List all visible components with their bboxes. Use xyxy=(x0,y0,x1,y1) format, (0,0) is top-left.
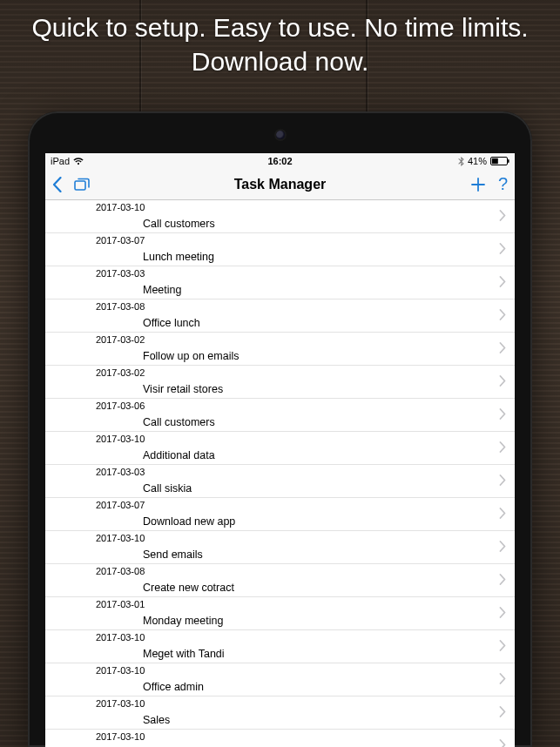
windows-button[interactable] xyxy=(74,178,90,192)
chevron-right-icon xyxy=(499,672,506,688)
task-title: Follow up on emails xyxy=(143,350,239,362)
task-row[interactable]: 2017-03-02Visir retail stores xyxy=(45,366,515,399)
plus-icon xyxy=(470,177,486,192)
task-title: Call customers xyxy=(143,218,215,230)
task-date: 2017-03-06 xyxy=(96,400,145,411)
bluetooth-icon xyxy=(458,157,464,166)
task-date: 2017-03-10 xyxy=(96,434,145,444)
status-bar: iPad 16:02 41% xyxy=(45,153,515,169)
marketing-headline: Quick to setup. Easy to use. No time lim… xyxy=(0,10,560,78)
ipad-camera xyxy=(276,131,285,139)
add-button[interactable] xyxy=(470,177,486,192)
window-stack-icon xyxy=(74,178,90,192)
task-title: Call customers xyxy=(143,416,215,428)
task-title: Sales xyxy=(143,714,170,726)
ipad-screen: iPad 16:02 41% xyxy=(45,153,515,747)
task-date: 2017-03-08 xyxy=(96,301,145,312)
page-title: Task Manager xyxy=(234,177,327,192)
task-row[interactable]: 2017-03-10Send emails xyxy=(45,531,515,564)
svg-rect-3 xyxy=(75,181,85,190)
chevron-right-icon xyxy=(499,540,506,555)
task-date: 2017-03-10 xyxy=(96,632,145,643)
chevron-right-icon xyxy=(499,639,506,655)
chevron-right-icon xyxy=(499,407,506,423)
chevron-right-icon xyxy=(499,507,506,522)
task-row[interactable]: 2017-03-10Call customers xyxy=(45,200,515,233)
task-title: Meeting xyxy=(143,284,181,296)
task-date: 2017-03-10 xyxy=(96,731,145,742)
task-title: Meget with Tandi xyxy=(143,648,225,660)
task-date: 2017-03-10 xyxy=(96,202,145,212)
task-date: 2017-03-03 xyxy=(96,268,145,279)
task-row[interactable]: 2017-03-08Office lunch xyxy=(45,299,515,333)
device-label: iPad xyxy=(51,156,70,166)
task-row[interactable]: 2017-03-06Call customers xyxy=(45,399,515,432)
task-row[interactable]: 2017-03-08Create new cotract xyxy=(45,564,515,597)
task-row[interactable]: 2017-03-07Lunch meeting xyxy=(45,233,515,266)
task-row[interactable]: 2017-03-03Call siskia xyxy=(45,465,515,498)
task-row[interactable]: 2017-03-03Meeting xyxy=(45,266,515,299)
task-date: 2017-03-10 xyxy=(96,665,145,676)
task-date: 2017-03-01 xyxy=(96,599,145,609)
svg-rect-1 xyxy=(492,158,498,164)
task-title: Call siskia xyxy=(143,482,192,495)
task-date: 2017-03-07 xyxy=(96,235,145,246)
navigation-bar: Task Manager ? xyxy=(45,169,515,200)
chevron-right-icon xyxy=(499,341,506,357)
task-row[interactable]: 2017-03-07Download new app xyxy=(45,498,515,531)
task-row[interactable]: 2017-03-10Additional data xyxy=(45,432,515,465)
clock-time: 16:02 xyxy=(267,156,292,166)
task-row[interactable]: 2017-03-10Meget with Tandi xyxy=(45,630,515,663)
task-title: Download new app xyxy=(143,515,235,528)
chevron-right-icon xyxy=(499,705,506,721)
task-date: 2017-03-08 xyxy=(96,566,145,576)
task-row[interactable]: 2017-03-10Sales xyxy=(45,697,515,730)
task-title: Lunch meeting xyxy=(143,251,214,263)
task-title: Visir retail stores xyxy=(143,383,223,395)
task-title: Create new cotract xyxy=(143,582,234,594)
chevron-left-icon xyxy=(52,177,62,192)
task-date: 2017-03-10 xyxy=(96,533,145,543)
svg-rect-2 xyxy=(508,159,509,163)
task-date: 2017-03-10 xyxy=(96,698,145,709)
chevron-right-icon xyxy=(499,308,506,324)
chevron-right-icon xyxy=(499,275,506,291)
ipad-device-frame: iPad 16:02 41% xyxy=(28,111,532,747)
task-date: 2017-03-07 xyxy=(96,500,145,510)
task-date: 2017-03-02 xyxy=(96,367,145,378)
task-title: Additional data xyxy=(143,449,215,461)
chevron-right-icon xyxy=(499,209,506,225)
help-button[interactable]: ? xyxy=(498,174,508,194)
task-row[interactable]: 2017-03-02Follow up on emails xyxy=(45,333,515,366)
task-row[interactable]: 2017-03-10Lunch with office xyxy=(45,730,515,747)
task-date: 2017-03-03 xyxy=(96,467,145,477)
chevron-right-icon xyxy=(499,242,506,258)
task-list: 2017-03-10Call customers2017-03-07Lunch … xyxy=(45,200,515,747)
task-title: Send emails xyxy=(143,548,203,561)
battery-icon xyxy=(490,157,509,165)
task-title: Office admin xyxy=(143,681,204,693)
back-button[interactable] xyxy=(52,177,62,192)
chevron-right-icon xyxy=(499,374,506,390)
chevron-right-icon xyxy=(499,441,506,456)
task-row[interactable]: 2017-03-10Office admin xyxy=(45,663,515,697)
task-row[interactable]: 2017-03-01Monday meeting xyxy=(45,597,515,630)
battery-percent: 41% xyxy=(468,156,487,166)
task-date: 2017-03-02 xyxy=(96,334,145,345)
task-title: Monday meeting xyxy=(143,615,223,627)
chevron-right-icon xyxy=(499,474,506,489)
chevron-right-icon xyxy=(499,573,506,589)
chevron-right-icon xyxy=(499,738,506,748)
chevron-right-icon xyxy=(499,606,506,622)
task-title: Office lunch xyxy=(143,317,200,329)
wifi-icon xyxy=(73,158,84,165)
